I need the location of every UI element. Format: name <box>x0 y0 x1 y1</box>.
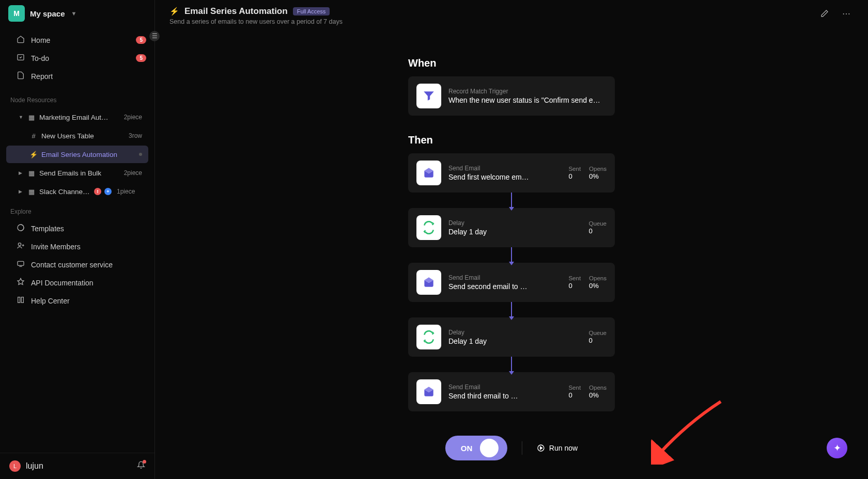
nav-home-badge: 5 <box>136 36 146 44</box>
nav-home[interactable]: Home 5 <box>0 31 154 49</box>
trigger-desc: When the new user status is "Confirm sen… <box>448 96 607 104</box>
step-desc: Delay 1 day <box>448 228 581 236</box>
stat-label: Sent <box>568 275 581 281</box>
stat-value: 0 <box>568 391 581 399</box>
step-desc: Send third email to … <box>448 392 561 400</box>
automation-toggle[interactable]: ON <box>445 436 507 460</box>
page-subtitle: Send a series of emails to new users ove… <box>169 18 810 25</box>
email-icon <box>416 379 441 404</box>
report-icon <box>17 71 25 81</box>
tree-marketing[interactable]: ▼ ▦ Marketing Email Automa… 2piece <box>6 108 148 126</box>
delay-card[interactable]: Delay Delay 1 day Queue0 <box>408 208 615 247</box>
tree-users-table-label: New Users Table <box>41 132 94 140</box>
nav-report-label: Report <box>31 72 53 81</box>
explore-contact-label: Contact customer service <box>31 261 113 269</box>
delay-card[interactable]: Delay Delay 1 day Queue0 <box>408 317 615 357</box>
tree-arrow-right-icon: ▶ <box>19 189 24 194</box>
todo-icon <box>17 53 25 63</box>
grid-icon: ▦ <box>27 187 36 196</box>
step-stats: Sent0Opens0% <box>568 275 607 290</box>
step-type: Delay <box>448 329 581 336</box>
explore-contact[interactable]: Contact customer service <box>0 256 154 274</box>
run-now-button[interactable]: Run now <box>537 444 578 452</box>
trigger-type: Record Match Trigger <box>448 88 607 95</box>
explore-help[interactable]: Help Center <box>0 292 154 310</box>
section-resources-title: Node Resources <box>0 89 154 108</box>
user-avatar[interactable]: L <box>9 460 21 472</box>
nav-home-label: Home <box>31 36 50 44</box>
grid-icon: ▦ <box>27 168 36 178</box>
step-stats: Queue0 <box>588 220 607 235</box>
stat-value: 0 <box>568 282 581 290</box>
tree-users-table[interactable]: # New Users Table 3row <box>6 127 148 145</box>
tree-arrow-down-icon: ▼ <box>19 115 24 120</box>
tree-marketing-label: Marketing Email Automa… <box>39 114 112 121</box>
connector <box>511 357 512 372</box>
nav-todo-badge: 5 <box>136 54 146 62</box>
step-type: Send Email <box>448 274 561 281</box>
step-type: Delay <box>448 219 581 227</box>
bolt-icon: ⚡ <box>169 7 179 16</box>
nav-report[interactable]: Report <box>0 67 154 85</box>
tree-bulk[interactable]: ▶ ▦ Send Emails in Bulk 2piece <box>6 164 148 182</box>
email-card[interactable]: Send Email Send first welcome em… Sent0O… <box>408 153 615 193</box>
stat-label: Queue <box>588 220 607 227</box>
email-card[interactable]: Send Email Send third email to … Sent0Op… <box>408 372 615 411</box>
page-title: Email Series Automation <box>184 6 288 17</box>
workspace-avatar: M <box>8 5 25 22</box>
invite-icon <box>17 242 25 251</box>
tree-slack[interactable]: ▶ ▦ Slack Channel S… ! + 1piece <box>6 183 148 200</box>
explore-help-label: Help Center <box>31 297 70 305</box>
notifications-icon[interactable] <box>137 461 145 471</box>
divider <box>522 441 522 455</box>
sidebar-footer: L lujun <box>0 453 154 479</box>
tree-bulk-label: Send Emails in Bulk <box>39 169 101 177</box>
step-desc: Send second email to … <box>448 282 561 291</box>
nav-todo-label: To-do <box>31 54 49 62</box>
workspace-switcher[interactable]: M My space ▼ <box>0 0 154 27</box>
step-desc: Delay 1 day <box>448 337 581 345</box>
automation-canvas[interactable]: When Record Match Trigger When the new u… <box>155 31 868 479</box>
toggle-label: ON <box>461 444 473 453</box>
svg-point-2 <box>18 243 21 246</box>
stat-value: 0% <box>589 172 607 180</box>
connector <box>511 193 512 208</box>
explore-invite[interactable]: Invite Members <box>0 237 154 256</box>
when-label: When <box>408 57 615 69</box>
fab-new[interactable]: ✦ <box>827 438 847 458</box>
tree-email-series[interactable]: ⚡ Email Series Automation <box>6 146 148 163</box>
explore-api[interactable]: API Documentation <box>0 274 154 292</box>
access-badge: Full Access <box>293 7 330 15</box>
page-header: ⚡ Email Series Automation Full Access Se… <box>155 0 868 31</box>
step-stats: Queue0 <box>588 330 607 344</box>
stat-value: 0 <box>588 337 607 344</box>
email-icon <box>416 270 441 295</box>
templates-icon <box>17 223 25 233</box>
step-type: Send Email <box>448 165 561 172</box>
tree-slack-meta: 1piece <box>117 188 135 195</box>
delay-icon <box>416 325 441 349</box>
user-name: lujun <box>26 461 43 471</box>
nav-todo[interactable]: To-do 5 <box>0 49 154 67</box>
stat-value: 0% <box>589 391 607 399</box>
step-stats: Sent0Opens0% <box>568 166 607 180</box>
api-icon <box>17 278 25 288</box>
trigger-icon <box>416 84 441 108</box>
stat-label: Opens <box>589 385 607 391</box>
explore-api-label: API Documentation <box>31 279 94 287</box>
tree-email-series-label: Email Series Automation <box>41 151 117 158</box>
step-desc: Send first welcome em… <box>448 173 561 181</box>
tree-marketing-meta: 2piece <box>124 114 142 121</box>
footer-bar: ON Run now <box>445 436 578 460</box>
workspace-name: My space <box>30 9 65 18</box>
tree-arrow-right-icon: ▶ <box>19 170 24 175</box>
collapse-sidebar-button[interactable]: ☰ <box>149 31 160 41</box>
table-icon: # <box>29 131 38 140</box>
trigger-card[interactable]: Record Match Trigger When the new user s… <box>408 76 615 116</box>
email-card[interactable]: Send Email Send second email to … Sent0O… <box>408 263 615 302</box>
bolt-icon: ⚡ <box>29 150 38 159</box>
edit-button[interactable] <box>817 6 832 21</box>
more-button[interactable]: ⋯ <box>839 6 854 21</box>
explore-templates[interactable]: Templates <box>0 219 154 237</box>
tree-users-table-meta: 3row <box>129 132 142 139</box>
